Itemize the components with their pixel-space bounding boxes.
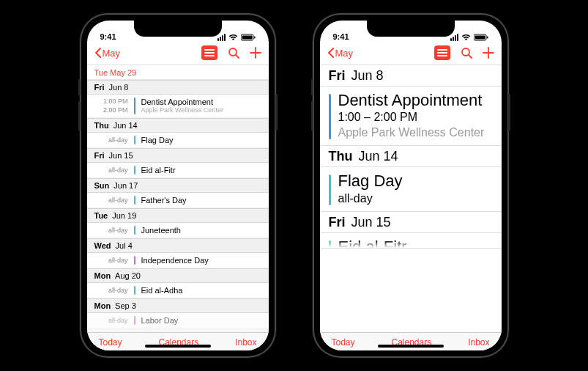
- signal-icon: [450, 34, 458, 41]
- event-row[interactable]: 1:00 PM2:00 PM Dentist AppointmentApple …: [87, 95, 269, 118]
- event-row[interactable]: all-day Independence Day: [87, 253, 269, 268]
- add-event-button[interactable]: [250, 47, 261, 59]
- day-header: FriJun 8: [87, 80, 269, 95]
- phone-right: 9:41 May FriJun 8 Dentist: [313, 13, 509, 358]
- event-row[interactable]: all-day Juneteenth: [87, 223, 269, 238]
- today-button[interactable]: Today: [332, 337, 355, 348]
- today-header: Tue May 29: [87, 65, 269, 80]
- day-header: ThuJun 14: [87, 118, 269, 133]
- wifi-icon: [228, 34, 238, 41]
- back-button[interactable]: May: [327, 48, 354, 59]
- day-header: FriJun 8: [320, 65, 502, 87]
- event-row[interactable]: Eid al-Fitr: [320, 233, 502, 249]
- bottom-toolbar: Today Calendars Inbox: [87, 332, 269, 350]
- svg-rect-2: [254, 37, 256, 39]
- svg-rect-1: [242, 36, 252, 40]
- battery-icon: [241, 34, 256, 41]
- signal-icon: [217, 34, 226, 41]
- chevron-left-icon: [327, 48, 334, 58]
- search-button[interactable]: [228, 47, 239, 59]
- status-time: 9:41: [333, 32, 349, 41]
- add-event-button[interactable]: [483, 47, 494, 59]
- nav-bar: May: [87, 43, 269, 65]
- day-header: FriJun 15: [320, 212, 502, 233]
- list-view-button[interactable]: [201, 45, 217, 60]
- notch: [367, 21, 455, 37]
- home-indicator[interactable]: [378, 345, 444, 348]
- event-row[interactable]: all-day Father's Day: [87, 193, 269, 208]
- event-row[interactable]: Flag Day all-day: [320, 167, 502, 211]
- day-header: WedJul 4: [87, 238, 269, 253]
- nav-bar: May: [320, 43, 502, 65]
- home-indicator[interactable]: [145, 345, 211, 348]
- day-header: ThuJun 14: [320, 146, 502, 167]
- event-row[interactable]: all-day Eid al-Fitr: [87, 163, 269, 178]
- status-time: 9:41: [100, 32, 116, 41]
- inbox-button[interactable]: Inbox: [468, 337, 489, 348]
- phone-left: 9:41 May Tue May 29 FriJun 8 1:00 PM2:: [80, 13, 276, 358]
- event-row[interactable]: all-day Flag Day: [87, 133, 269, 148]
- back-label: May: [103, 48, 121, 59]
- event-row[interactable]: all-day Labor Day: [87, 313, 269, 328]
- event-row[interactable]: Dentist Appointment 1:00 – 2:00 PM Apple…: [320, 87, 502, 146]
- day-header: MonSep 3: [87, 298, 269, 313]
- wifi-icon: [461, 34, 471, 41]
- today-button[interactable]: Today: [99, 337, 122, 348]
- svg-line-4: [236, 55, 239, 58]
- day-header: SunJun 17: [87, 178, 269, 193]
- event-row[interactable]: all-day Eid al-Adha: [87, 283, 269, 298]
- event-list-large[interactable]: FriJun 8 Dentist Appointment 1:00 – 2:00…: [320, 65, 502, 332]
- battery-icon: [474, 34, 488, 41]
- chevron-left-icon: [94, 48, 101, 58]
- svg-line-11: [469, 55, 472, 58]
- day-header: TueJun 19: [87, 208, 269, 223]
- list-view-button[interactable]: [434, 45, 450, 60]
- inbox-button[interactable]: Inbox: [235, 337, 256, 348]
- event-list[interactable]: Tue May 29 FriJun 8 1:00 PM2:00 PM Denti…: [87, 65, 269, 332]
- svg-rect-9: [487, 37, 488, 39]
- day-header: MonAug 20: [87, 268, 269, 283]
- day-header: FriJun 15: [87, 148, 269, 163]
- back-button[interactable]: May: [94, 48, 121, 59]
- notch: [134, 21, 222, 37]
- search-button[interactable]: [461, 47, 472, 59]
- bottom-toolbar: Today Calendars Inbox: [320, 332, 502, 350]
- back-label: May: [335, 48, 354, 59]
- svg-rect-8: [475, 36, 485, 40]
